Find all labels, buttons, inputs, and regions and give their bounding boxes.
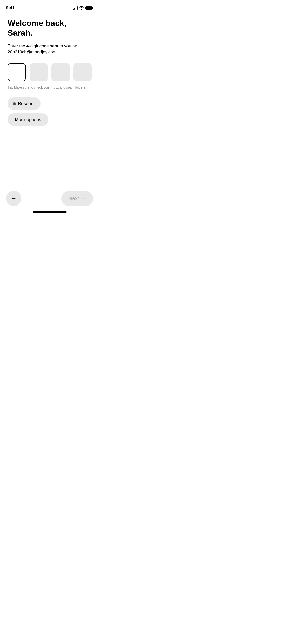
resend-button[interactable]: Resend <box>8 97 41 110</box>
resend-dot-icon <box>13 102 16 105</box>
page-title: Welcome back, Sarah. <box>8 18 92 38</box>
back-arrow-icon: ← <box>11 195 17 202</box>
home-indicator <box>33 211 67 213</box>
code-input-group <box>8 63 92 81</box>
subtitle-line1: Enter the 4-digit code sent to you at: <box>8 43 77 48</box>
bottom-navigation: ← Next → <box>0 191 99 206</box>
action-buttons: Resend More options <box>8 97 92 126</box>
back-button[interactable]: ← <box>6 191 21 206</box>
tip-text: Tip: Make sure to check your inbox and s… <box>8 85 92 89</box>
status-time: 9:41 <box>6 5 15 10</box>
next-label: Next <box>69 196 79 201</box>
status-icons <box>73 6 93 10</box>
main-content: Welcome back, Sarah. Enter the 4-digit c… <box>0 12 99 126</box>
battery-icon <box>85 6 93 10</box>
signal-icon <box>73 6 78 10</box>
more-options-label: More options <box>15 117 41 122</box>
signal-bar-1 <box>73 9 74 10</box>
subtitle-email: 20b219cb@moodjoy.com <box>8 50 57 54</box>
resend-label: Resend <box>18 101 34 106</box>
code-box-3[interactable] <box>51 63 70 81</box>
next-button[interactable]: Next → <box>61 191 93 206</box>
signal-bar-2 <box>74 8 75 10</box>
code-box-2[interactable] <box>30 63 48 81</box>
wifi-icon <box>79 6 84 10</box>
subtitle: Enter the 4-digit code sent to you at: 2… <box>8 43 92 55</box>
status-bar: 9:41 <box>0 0 99 12</box>
signal-bar-4 <box>77 6 78 10</box>
signal-bar-3 <box>76 7 76 10</box>
code-box-1[interactable] <box>8 63 26 81</box>
code-box-4[interactable] <box>73 63 92 81</box>
more-options-button[interactable]: More options <box>8 113 48 126</box>
next-arrow-icon: → <box>81 196 86 201</box>
